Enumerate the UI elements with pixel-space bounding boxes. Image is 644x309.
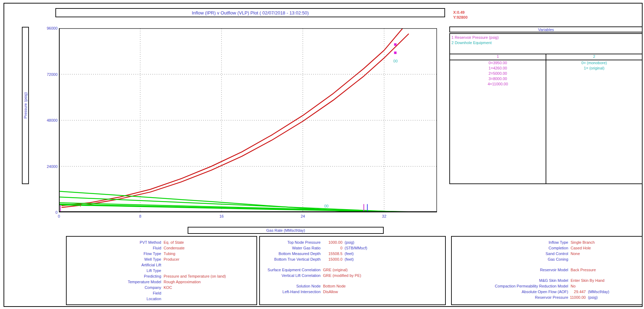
field-value: 15000.0: [321, 256, 342, 262]
field-label: Well Type: [67, 256, 161, 262]
plot-title-text: Inflow (IPR) v Outflow (VLP) Plot ( 02/0…: [192, 10, 309, 16]
crosshair-x: X:0.49: [453, 10, 468, 15]
variables-panel: Variables 1 Reservoir Pressure (psig)2 D…: [449, 26, 643, 184]
field-unit: (psig): [586, 295, 598, 300]
variables-legend: 1 Reservoir Pressure (psig)2 Downhole Eq…: [450, 34, 642, 46]
field-row: Lift Type: [67, 268, 256, 273]
variables-column-header: 1: [450, 54, 546, 60]
field-label: Artificial Lift: [67, 262, 161, 268]
field-value: 15508.5: [321, 251, 342, 256]
field-unit: (psig): [342, 240, 354, 245]
field-label: Bottom True Vertical Depth: [260, 256, 321, 262]
system-summary-panel: PVT MethodEq. of StateFluidCondensateFlo…: [66, 236, 257, 305]
variables-cell: 0= (monobore): [546, 60, 642, 66]
field-value: GRE (original): [321, 267, 348, 273]
field-row: Gas Coning: [452, 256, 642, 262]
field-label: Reservoir Pressure: [452, 295, 568, 300]
field-label: M&G Skin Model: [452, 278, 568, 283]
field-row: Reservoir ModelBack Pressure: [452, 267, 642, 273]
field-row: Compaction Permeability Reduction ModelN…: [452, 283, 642, 289]
crosshair-y: Y:92800: [453, 15, 468, 20]
field-row: Surface Equipment CorrelationGRE (origin…: [260, 267, 445, 273]
variables-cell: 1=4260.00: [450, 66, 546, 71]
series-IPR Reservoir Pressure 0=3950.00: [59, 205, 431, 212]
field-label: Top Node Pressure: [260, 240, 321, 245]
field-value: [161, 290, 164, 296]
field-value: [568, 256, 571, 262]
variables-cell: 3=8000.00: [450, 76, 546, 81]
variables-legend-item: 2 Downhole Equipment: [451, 40, 640, 46]
field-row: CompanyKOC: [67, 285, 256, 290]
field-value: [161, 262, 164, 268]
variables-panel-title: Variables: [449, 26, 643, 32]
field-value: Pressure and Temperature (on land): [161, 273, 226, 279]
field-value: KOC: [161, 285, 172, 290]
field-row: PVT MethodEq. of State: [67, 240, 256, 245]
field-row: Artificial Lift: [67, 262, 256, 268]
field-label: PVT Method: [67, 240, 161, 245]
crosshair-readout: X:0.49 Y:92800: [453, 10, 468, 20]
y-tick-label: 72000: [42, 72, 57, 77]
field-label: Bottom Measured Depth: [260, 251, 321, 256]
variables-column: 10=3950.001=4260.002=5000.003=8000.004=1…: [450, 54, 546, 183]
field-value: Cased Hole: [568, 245, 591, 251]
field-label: Lift Type: [67, 268, 161, 273]
plot-window: Inflow (IPR) v Outflow (VLP) Plot ( 02/0…: [4, 3, 643, 307]
field-label: Company: [67, 285, 161, 290]
field-value: 1000.00: [321, 240, 342, 245]
plot-title: Inflow (IPR) v Outflow (VLP) Plot ( 02/0…: [55, 8, 445, 17]
field-row: Sand ControlNone: [452, 251, 642, 256]
field-value: [161, 296, 164, 302]
field-row: Flow TypeTubing: [67, 251, 256, 256]
field-row: FluidCondensate: [67, 245, 256, 251]
series-VLP Downhole Equipment 1= (original): [62, 34, 409, 207]
variables-cell: 0=3950.00: [450, 60, 546, 66]
field-value: Condensate: [161, 245, 184, 251]
field-row: Solution NodeBottom Node: [260, 283, 445, 289]
field-row: CompletionCased Hole: [452, 245, 642, 251]
field-unit: (STB/MMscf): [342, 245, 367, 251]
field-label: Sand Control: [452, 251, 568, 256]
field-value: Single Branch: [568, 240, 595, 245]
field-label: Completion: [452, 245, 568, 251]
variables-panel-body: 1 Reservoir Pressure (psig)2 Downhole Eq…: [449, 33, 643, 184]
field-row: Reservoir Pressure11000.00(psig): [452, 295, 642, 300]
ipr-vlp-chart[interactable]: 0000T: [59, 28, 437, 212]
plot-area[interactable]: 0000T 02400048000720009600008162432: [59, 28, 437, 212]
intersection-marker: [394, 52, 396, 54]
field-value: Eq. of State: [161, 240, 184, 245]
y-tick-label: 48000: [42, 118, 57, 122]
field-value: [161, 268, 164, 273]
point-label: 00: [393, 59, 397, 63]
variables-table: 10=3950.001=4260.002=5000.003=8000.004=1…: [450, 54, 642, 183]
field-label: Reservoir Model: [452, 267, 568, 273]
field-label: Vertical Lift Correlation: [260, 273, 321, 278]
field-label: Solution Node: [260, 283, 321, 289]
field-value: Rough Approximation: [161, 279, 201, 285]
y-tick-label: 24000: [42, 164, 57, 169]
field-row: Temperature ModelRough Approximation: [67, 279, 256, 285]
field-row: Vertical Lift CorrelationGRE (modified b…: [260, 273, 445, 278]
field-row: M&G Skin ModelEnter Skin By Hand: [452, 278, 642, 283]
field-row: Field: [67, 290, 256, 296]
variables-column: 20= (monobore)1= (original): [546, 54, 642, 183]
field-row: Inflow TypeSingle Branch: [452, 240, 642, 245]
field-label: Location: [67, 296, 161, 302]
field-label: Compaction Permeability Reduction Model: [452, 283, 568, 289]
field-row: Absolute Open Flow (AOF)29.447(MMscf/day…: [452, 289, 642, 295]
field-label: Gas Coning: [452, 256, 568, 262]
field-label: Flow Type: [67, 251, 161, 256]
y-tick-label: 96000: [42, 26, 57, 30]
variables-legend-item: 1 Reservoir Pressure (psig): [451, 35, 640, 40]
field-value: No: [568, 283, 576, 289]
field-label: Field: [67, 290, 161, 296]
field-label: Absolute Open Flow (AOF): [452, 289, 568, 295]
point-label: T: [79, 203, 82, 207]
field-value: Enter Skin By Hand: [568, 278, 604, 283]
x-tick-label: 8: [133, 214, 147, 218]
field-label: Inflow Type: [452, 240, 568, 245]
field-row: Left-Hand IntersectionDisAllow: [260, 289, 445, 295]
field-row: Location: [67, 296, 256, 302]
y-axis-title: Pressure (psig): [22, 27, 29, 184]
field-label: Temperature Model: [67, 279, 161, 285]
